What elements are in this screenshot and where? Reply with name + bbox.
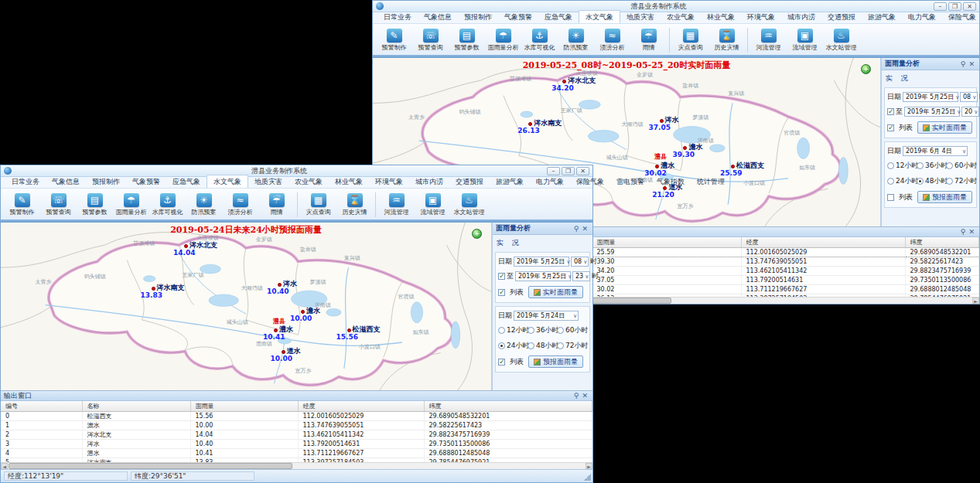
map-area[interactable]: 2019-05-24日未来24小时预报面雨量 涔水北支14.04涔水南支13.8… [1,223,492,390]
pin-icon[interactable]: ⚲ [959,60,968,68]
menu-tab-10[interactable]: 环境气象 [369,175,409,188]
resize-grip[interactable] [584,474,591,481]
tool-flood-plan[interactable]: ☀防汛预案 [186,193,222,216]
column-header-经度[interactable]: 经度 [741,237,905,247]
duration-radio-36小时[interactable]: 36小时 [917,161,946,171]
duration-radio-24小时[interactable]: 24小时 [498,341,528,351]
tool-warning-edit[interactable]: ✎预警制作 [376,29,412,52]
menu-tab-4[interactable]: 气象预警 [126,175,166,188]
duration-radio-60小时[interactable]: 60小时 [946,161,977,171]
tool-disaster-point-search[interactable]: ▦灾点查询 [300,193,336,216]
tool-waterlogging-analysis[interactable]: ≈渍涝分析 [222,193,258,216]
table-row[interactable]: 1澹水10.00113.74763905505129.58225617423 [1,420,592,430]
menu-tab-13[interactable]: 旅游气象 [862,11,902,23]
menu-tab-9[interactable]: 林业气象 [329,175,369,188]
duration-radio-72小时[interactable]: 72小时 [557,341,588,351]
tool-history-disaster[interactable]: ⌛历史灾情 [336,193,373,216]
realtime-rain-button[interactable]: 实时面雨量 [917,121,972,134]
station-marker[interactable] [528,122,532,126]
menu-tab-1[interactable]: 日常业务 [5,175,46,188]
column-header-面雨量[interactable]: 面雨量 [592,237,741,247]
menu-tab-7[interactable]: 地质灾害 [248,175,289,188]
menu-tab-4[interactable]: 气象预警 [498,11,538,23]
scroll-left-arrow[interactable]: ◄ [1,463,8,469]
menu-tab-14[interactable]: 电力气象 [902,11,942,23]
pin-icon[interactable]: ⚲ [572,392,581,400]
station-marker[interactable] [660,119,664,123]
tool-waterlogging-analysis[interactable]: ≈渍涝分析 [594,29,630,52]
realtime-rain-button[interactable]: 实时面雨量 [528,286,583,298]
close-button[interactable]: ✕ [963,2,976,11]
output-close-icon[interactable]: ✕ [580,392,589,400]
menu-tab-13[interactable]: 旅游气象 [490,175,530,188]
station-marker[interactable] [278,283,282,287]
tool-warning-params[interactable]: ▤预警参数 [77,193,113,216]
menu-tab-15[interactable]: 保险气象 [942,11,980,23]
from-hour-combo[interactable]: 08∨ [571,257,589,267]
output-close-icon[interactable]: ✕ [967,228,976,236]
tool-warning-params[interactable]: ▤预警参数 [449,29,485,52]
tool-warning-search[interactable]: ☏预警查询 [412,29,449,52]
duration-radio-36小时[interactable]: 36小时 [528,325,557,335]
menu-tab-12[interactable]: 交通预报 [821,11,862,23]
to-hour-combo[interactable]: 20∨ [961,107,979,117]
forecast-date-combo[interactable]: 2019年 5月24日∨ [514,311,579,321]
forecast-rain-button[interactable]: 预报面雨量 [917,191,972,203]
tool-rain-condition[interactable]: ☔雨情 [630,29,667,52]
column-header-名称[interactable]: 名称 [82,401,190,411]
duration-radio-12小时[interactable]: 12小时 [498,325,528,335]
menu-tab-3[interactable]: 预报制作 [86,175,126,188]
maximize-button[interactable]: ❐ [562,167,575,175]
menu-tab-5[interactable]: 应急气象 [166,175,207,188]
tool-river-manage[interactable]: ♒河流管理 [750,29,787,52]
live-list-checkbox[interactable] [887,124,894,131]
station-marker[interactable] [282,350,285,354]
forecast-list-checkbox[interactable] [887,194,894,201]
panel-close-icon[interactable]: ✕ [580,225,589,233]
to-date-combo[interactable]: 2019年 5月25日∨ [904,107,960,117]
tool-basin-manage[interactable]: ▣流域管理 [787,29,823,52]
menu-tab-1[interactable]: 日常业务 [377,11,418,23]
station-marker[interactable] [301,310,305,314]
duration-radio-12小时[interactable]: 12小时 [887,161,917,171]
tool-reservoir-view[interactable]: ⚓水库可视化 [149,193,186,216]
minimize-button[interactable]: – [934,2,947,11]
forecast-rain-button[interactable]: 预报面雨量 [528,355,583,368]
tool-flood-plan[interactable]: ☀防汛预案 [558,29,594,52]
menu-tab-17[interactable]: 气象指数 [650,175,691,188]
forecast-date-combo[interactable]: 2019年 6月 4日∨ [903,146,968,156]
station-marker[interactable] [683,146,687,150]
menu-tab-15[interactable]: 保险气象 [570,175,610,188]
scroll-right-arrow[interactable]: ► [586,463,592,469]
duration-radio-72小时[interactable]: 72小时 [946,176,977,186]
tool-hydro-station-manage[interactable]: ♨水文站管理 [823,29,859,52]
tool-areal-rain-analysis[interactable]: ☂面雨量分析 [485,29,521,52]
menu-tab-11[interactable]: 城市内涝 [409,175,449,188]
column-header-经度[interactable]: 经度 [298,401,424,411]
panel-close-icon[interactable]: ✕ [967,60,976,68]
from-date-combo[interactable]: 2019年 5月25日∨ [514,257,569,267]
duration-radio-60小时[interactable]: 60小时 [557,325,588,335]
duration-radio-48小时[interactable]: 48小时 [528,341,557,351]
tool-basin-manage[interactable]: ▣流域管理 [415,193,451,216]
to-date-combo[interactable]: 2019年 5月25日∨ [515,271,571,281]
tool-areal-rain-analysis[interactable]: ☂面雨量分析 [113,193,149,216]
pin-icon[interactable]: ⚲ [572,225,581,233]
column-header-纬度[interactable]: 纬度 [905,237,979,247]
tool-reservoir-view[interactable]: ⚓水库可视化 [521,29,558,52]
menu-tab-8[interactable]: 农业气象 [289,175,329,188]
menu-tab-6[interactable]: 水文气象 [579,10,620,23]
scroll-right-arrow[interactable]: ► [972,298,979,304]
from-hour-combo[interactable]: 08∨ [960,92,978,102]
menu-tab-18[interactable]: 统计管理 [691,175,731,188]
from-date-combo[interactable]: 2019年 5月25日∨ [903,92,958,102]
table-row[interactable]: 0松滋西支15.56112.00160502502929.68905485322… [1,411,592,420]
column-header-面雨量[interactable]: 面雨量 [190,401,298,411]
station-marker[interactable] [184,244,188,248]
station-marker[interactable] [731,165,735,168]
duration-radio-48小时[interactable]: 48小时 [917,176,946,186]
table-row[interactable]: 3涔水10.40113.7920051463129.7350113500086 [1,439,592,448]
station-marker[interactable] [152,287,155,291]
to-hour-combo[interactable]: 23∨ [572,271,590,281]
column-header-纬度[interactable]: 纬度 [424,401,592,411]
